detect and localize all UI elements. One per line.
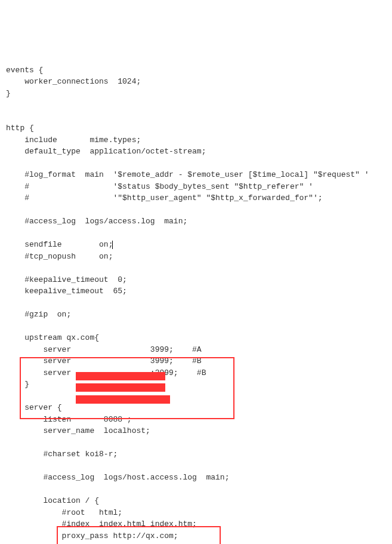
code-line: http { [6,124,34,133]
code-line: } [6,380,29,389]
code-line: upstream qx.com{ [6,333,99,342]
code-line: server 3999; #B [6,356,202,365]
redaction-bar-2 [76,383,165,392]
code-line: sendfile on; [6,240,113,249]
code-line: #charset koi8-r; [6,450,118,459]
code-line: server { [6,403,62,412]
code-line: keepalive_timeout 65; [6,287,127,296]
code-line: #access_log logs/host.access.log main; [6,473,229,482]
code-line: server 3999; #A [6,345,202,354]
code-line: } [6,89,11,98]
code-line: worker_connections 1024; [6,77,141,86]
code-line: #index index.html index.htm; [6,520,197,528]
code-line: listen 8088 ; [6,415,132,424]
code-line: #log_format main '$remote_addr - $remote… [6,170,369,179]
code-line: events { [6,66,43,75]
code-line: proxy_pass http://qx.com; [6,531,178,540]
code-line: #tcp_nopush on; [6,252,113,261]
code-line: location / { [6,496,99,505]
code-line: #keepalive_timeout 0; [6,275,127,284]
code-line: #access_log logs/access.log main; [6,217,187,226]
text-cursor [112,241,113,249]
code-line: #gzip on; [6,310,71,319]
code-line: server_name localhost; [6,426,150,435]
code-line: default_type application/octet-stream; [6,147,206,156]
code-line: # '"$http_user_agent" "$http_x_forwarded… [6,193,323,202]
code-line: # '$status $body_bytes_sent "$http_refer… [6,182,313,191]
code-line: include mime.types; [6,136,141,145]
code-line: #root html; [6,508,122,517]
code-line: server :3999; #B [6,368,206,377]
redaction-bar-3 [76,395,170,404]
code-block: events { worker_connections 1024; } http… [6,53,386,544]
